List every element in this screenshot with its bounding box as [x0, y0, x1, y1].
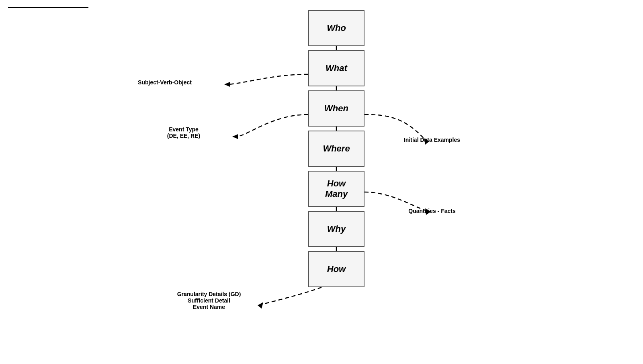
flowchart-box-why: Why [308, 211, 365, 247]
flowchart-box-where: Where [308, 131, 365, 167]
svg-marker-12 [224, 82, 230, 87]
flowchart-box-how: How [308, 251, 365, 287]
flowchart-box-what: What [308, 50, 365, 86]
flowchart-box-who: Who [308, 10, 365, 46]
label-eventtype: Event Type(DE, EE, RE) [167, 126, 200, 139]
svg-marker-13 [232, 134, 238, 139]
svg-marker-16 [258, 302, 263, 309]
figure-caption [8, 7, 88, 11]
caption-rule [8, 7, 88, 8]
flowchart-box-when: When [308, 90, 365, 127]
flowchart-box-howmany: HowMany [308, 171, 365, 207]
label-granularity: Granularity Details (GD)Sufficient Detai… [177, 291, 241, 310]
label-quantities: Quantities - Facts [408, 208, 455, 214]
label-initial: Initial Data Examples [404, 137, 460, 143]
label-svo: Subject-Verb-Object [138, 79, 192, 86]
